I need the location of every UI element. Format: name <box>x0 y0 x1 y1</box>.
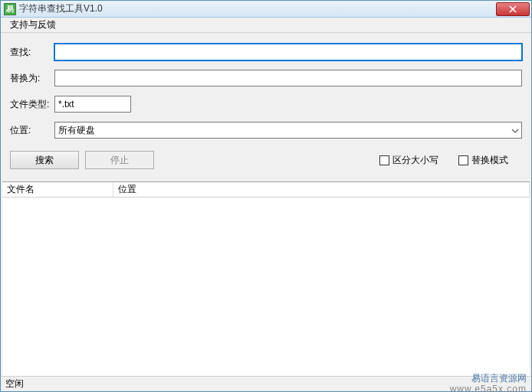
row-filetype: 文件类型: <box>10 96 522 113</box>
location-label: 位置: <box>10 124 54 137</box>
row-location: 位置: 所有硬盘 <box>10 122 522 139</box>
close-icon <box>509 5 517 13</box>
case-sensitive-label: 区分大小写 <box>392 154 438 167</box>
watermark: 易语言资源网 www.e5a5x.com <box>450 374 527 392</box>
column-header-location[interactable]: 位置 <box>113 182 530 197</box>
menubar: 支持与反馈 <box>1 18 531 33</box>
form-area: 查找: 替换为: 文件类型: 位置: 所有硬盘 搜索 停止 <box>1 33 531 181</box>
app-window: 易 字符串查找工具V1.0 支持与反馈 查找: 替换为: 文件类型: 位置: <box>0 0 532 392</box>
close-button[interactable] <box>496 2 530 16</box>
location-select[interactable]: 所有硬盘 <box>54 122 522 139</box>
location-value: 所有硬盘 <box>58 124 95 137</box>
replace-mode-label: 替换模式 <box>471 154 508 167</box>
watermark-line2: www.e5a5x.com <box>450 384 527 393</box>
stop-button[interactable]: 停止 <box>85 151 154 169</box>
window-title: 字符串查找工具V1.0 <box>19 2 496 15</box>
watermark-line1: 易语言资源网 <box>450 374 527 384</box>
statusbar: 空闲 易语言资源网 www.e5a5x.com <box>1 376 531 391</box>
filetype-label: 文件类型: <box>10 98 54 111</box>
search-label: 查找: <box>10 46 54 59</box>
titlebar: 易 字符串查找工具V1.0 <box>1 1 531 18</box>
row-replace: 替换为: <box>10 70 522 87</box>
replace-input[interactable] <box>54 70 522 87</box>
menu-support[interactable]: 支持与反馈 <box>5 17 61 33</box>
checkbox-box-icon <box>379 155 389 165</box>
results-body[interactable] <box>2 198 530 376</box>
location-select-wrap: 所有硬盘 <box>54 122 522 139</box>
button-row: 搜索 停止 区分大小写 替换模式 <box>10 148 522 175</box>
checkbox-box-icon <box>458 155 468 165</box>
row-search: 查找: <box>10 44 522 60</box>
search-button[interactable]: 搜索 <box>10 151 79 169</box>
filetype-input[interactable] <box>54 96 131 113</box>
column-header-filename[interactable]: 文件名 <box>2 182 113 197</box>
case-sensitive-checkbox[interactable]: 区分大小写 <box>379 154 438 167</box>
search-input[interactable] <box>54 44 522 60</box>
results-header: 文件名 位置 <box>2 182 530 198</box>
status-text: 空闲 <box>5 377 450 390</box>
results-list: 文件名 位置 <box>2 181 530 376</box>
replace-label: 替换为: <box>10 72 54 85</box>
app-icon: 易 <box>4 3 16 15</box>
replace-mode-checkbox[interactable]: 替换模式 <box>458 154 508 167</box>
